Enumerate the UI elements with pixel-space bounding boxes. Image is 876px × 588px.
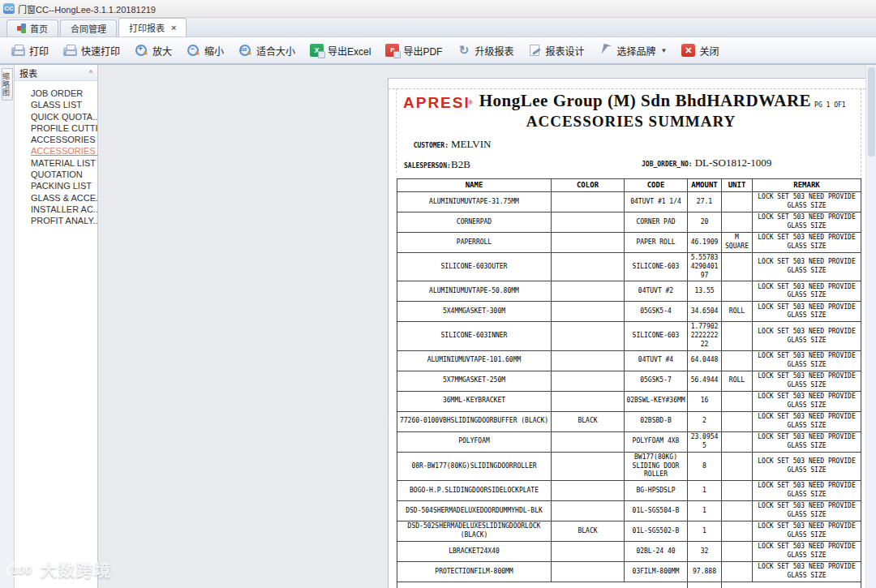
toolbar-button-label: 放大 — [152, 44, 172, 58]
cell-amount: 34.6504 — [688, 302, 722, 322]
column-header-color: COLOR — [552, 179, 625, 192]
report-sidebar: 报表 ^ JOB ORDERGLASS LISTQUICK QUOTA...PR… — [15, 65, 98, 588]
table-row: 5X7MMGASKET-250M05GSK5-756.4944ROLLLOCK … — [397, 371, 861, 391]
toolbar-button-报表设计[interactable]: 报表设计 — [522, 41, 590, 61]
cell-unit: ROLL — [722, 371, 753, 391]
scrollbar-thumb[interactable] — [868, 67, 875, 157]
cell-amount: 56.4944 — [688, 371, 722, 391]
report-list-item[interactable]: GLASS LIST — [31, 99, 97, 110]
total-blank-cell — [722, 582, 861, 588]
toolbar-button-缩小[interactable]: 缩小 — [180, 41, 230, 61]
table-row: POLYFOAMPOLYFOAM 4X823.09545LOCK SET 503… — [397, 431, 861, 452]
toolbar-button-选择品牌[interactable]: 选择品牌▼ — [592, 41, 673, 61]
cell-color — [552, 281, 625, 302]
title-bar: CC 门窗CC--HongLee-3.1.1.20181219 — [0, 0, 876, 18]
collapse-chevron-icon[interactable]: ^ — [89, 69, 92, 77]
column-header-remark: REMARK — [753, 179, 861, 192]
thumbnails-vertical-tab[interactable]: 缩略图 — [2, 68, 13, 101]
report-list-item[interactable]: JOB ORDER — [31, 88, 97, 99]
cell-unit — [722, 562, 753, 582]
cell-amount: 20 — [688, 212, 722, 233]
app-logo-icon: CC — [3, 3, 15, 14]
cell-remark: LOCK SET 503 NEED PROVIDE GLASS SIZE — [753, 562, 861, 582]
cell-color — [552, 542, 625, 562]
close-icon — [681, 44, 695, 57]
toolbar-button-label: 选择品牌 — [616, 44, 655, 58]
tab-打印报表[interactable]: 打印报表× — [118, 18, 187, 36]
report-list-item[interactable]: INSTALLER AC... — [31, 204, 97, 215]
cell-unit — [722, 350, 753, 371]
cell-name: 36MML-KEYBRACKET — [397, 391, 552, 411]
tab-合同管理[interactable]: 合同管理 — [60, 19, 117, 36]
magnifier-handle — [144, 51, 148, 55]
cell-code: PAPER ROLL — [625, 233, 688, 253]
total-row: TOTAL:451.4 — [397, 582, 861, 588]
cell-name: PROTECTIONFILM-800MM — [397, 562, 552, 582]
content-area: 缩略图 报表 ^ JOB ORDERGLASS LISTQUICK QUOTA.… — [0, 65, 876, 588]
cell-remark: LOCK SET 503 NEED PROVIDE GLASS SIZE — [753, 452, 861, 480]
toolbar-button-关闭[interactable]: 关闭 — [675, 41, 725, 61]
report-list-item[interactable]: PROFIT ANALY... — [31, 215, 97, 226]
tab-close-icon[interactable]: × — [171, 23, 176, 32]
cubes-icon — [17, 24, 27, 33]
total-label: TOTAL: — [397, 582, 688, 588]
cell-color — [552, 371, 625, 391]
cell-color — [552, 212, 625, 233]
report-list-item[interactable]: PROFILE CUTTI... — [31, 122, 97, 134]
table-row: DSD-504SHERMADELUXEDOORDUMMYHDL-BLK01L-S… — [397, 501, 861, 521]
cell-code: 02BSBD-B — [625, 411, 688, 431]
cell-remark: LOCK SET 503 NEED PROVIDE GLASS SIZE — [753, 371, 861, 391]
cell-unit — [722, 501, 753, 521]
column-header-unit: UNIT — [722, 179, 753, 192]
toolbar-button-快速打印[interactable]: 快速打印 — [57, 41, 127, 61]
cell-color — [552, 350, 625, 371]
cell-unit — [722, 192, 753, 212]
vertical-scrollbar[interactable] — [865, 65, 876, 588]
toolbar-button-打印[interactable]: 打印 — [5, 41, 55, 61]
pdf-icon — [385, 44, 399, 57]
cell-color — [552, 233, 625, 253]
toolbar-button-label: 导出PDF — [403, 44, 442, 58]
job-order-value: DL-SO1812-1009 — [695, 157, 772, 170]
table-row: ALUMINIUMUVTAPE-50.80MM04TUVT #213.55LOC… — [397, 281, 861, 302]
toolbar-button-label: 缩小 — [204, 44, 224, 58]
report-list-item[interactable]: ACCESSORIES ... — [31, 134, 97, 145]
zoom-out-icon — [187, 44, 200, 57]
cell-code: BW177(80KG) SLIDING DOOR ROLLER — [625, 452, 688, 480]
cell-unit: M SQUARE — [722, 233, 753, 253]
toolbar-button-导出PDF[interactable]: 导出PDF — [379, 41, 449, 61]
report-list-item[interactable]: ACCESSORIES ... — [31, 145, 97, 157]
report-list-item[interactable]: QUICK QUOTA... — [31, 111, 97, 122]
cell-remark: LOCK SET 503 NEED PROVIDE GLASS SIZE — [753, 350, 861, 371]
table-row: ALUMINIUMUVTAPE-101.60MM04TUVT #464.0448… — [397, 350, 861, 371]
report-list-item[interactable]: GLASS & ACCE... — [31, 192, 97, 204]
toolbar-button-label: 报表设计 — [545, 44, 584, 58]
cell-name: ALUMINIUMUVTAPE-31.75MM — [397, 192, 552, 212]
cell-code: SILICONE-603 — [625, 322, 688, 350]
brand-logo: APRESI® — [403, 95, 474, 111]
cell-code: SILICONE-603 — [625, 253, 688, 281]
report-list-item[interactable]: MATERIAL LIST — [31, 157, 97, 169]
customer-value: MELVIN — [451, 138, 491, 151]
cell-code: 02BL-24 40 — [625, 542, 688, 562]
toolbar: 打印快速打印放大缩小适合大小导出Excel导出PDF升级报表报表设计选择品牌▼关… — [0, 37, 876, 65]
cell-amount: 1 — [688, 501, 722, 521]
cell-unit — [722, 212, 753, 233]
tab-首页[interactable]: 首页 — [6, 19, 58, 36]
toolbar-button-放大[interactable]: 放大 — [128, 41, 178, 61]
toolbar-button-适合大小[interactable]: 适合大小 — [232, 41, 302, 61]
cell-amount: 8 — [688, 452, 722, 480]
cell-remark: LOCK SET 503 NEED PROVIDE GLASS SIZE — [753, 481, 861, 501]
magnifier-handle — [247, 51, 251, 55]
cell-unit — [722, 542, 753, 562]
cell-remark: LOCK SET 503 NEED PROVIDE GLASS SIZE — [753, 521, 861, 542]
toolbar-button-升级报表[interactable]: 升级报表 — [450, 41, 520, 61]
column-header-amount: AMOUNT — [688, 179, 722, 192]
report-list-item[interactable]: QUOTATION — [31, 169, 97, 180]
report-list-item[interactable]: PACKING LIST — [31, 180, 97, 191]
cell-color — [552, 322, 625, 350]
sidebar-header[interactable]: 报表 ^ — [15, 65, 97, 81]
cell-code: 01L-SGS504-B — [625, 501, 688, 521]
cell-color — [552, 431, 625, 452]
toolbar-button-导出Excel[interactable]: 导出Excel — [303, 41, 377, 61]
